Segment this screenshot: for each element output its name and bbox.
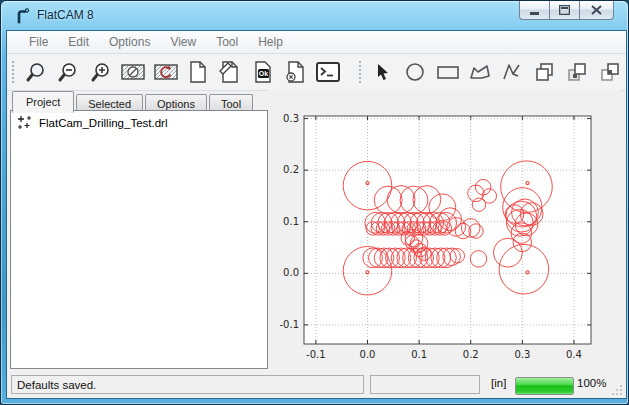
replot-button[interactable] [151,57,179,87]
import-ok-button[interactable]: Ok [249,57,277,87]
svg-text:0.0: 0.0 [283,267,299,278]
toolbar-grip[interactable] [11,60,15,84]
caption-button-group [519,1,614,20]
app-window: FlatCAM 8 File Edit Options View [0,0,629,405]
svg-text:0.0: 0.0 [360,349,376,360]
cancel-file-button[interactable] [281,57,309,87]
geometry-copy-button[interactable] [563,57,591,87]
geometry-move-button[interactable] [595,57,623,87]
close-button[interactable] [580,1,614,20]
menu-file[interactable]: File [19,33,58,51]
new-file-icon [188,61,208,83]
menu-options[interactable]: Options [99,33,160,51]
zoom-in-icon [90,61,112,83]
svg-text:0.3: 0.3 [283,113,299,124]
minimize-button[interactable] [519,1,550,20]
shell-button[interactable] [313,57,341,87]
tool-bar: Ok [7,54,626,91]
minimize-icon [530,6,540,15]
flatcam-logo-icon [14,7,31,24]
draw-path-button[interactable] [498,57,526,87]
svg-text:-0.1: -0.1 [306,349,326,360]
zoom-fit-icon [25,61,47,83]
maximize-button[interactable] [550,1,580,20]
new-project-button[interactable] [184,57,212,87]
svg-text:0.2: 0.2 [463,349,479,360]
tab-project[interactable]: Project [12,91,74,113]
menu-view[interactable]: View [160,33,206,51]
status-extra-panel [370,375,480,394]
status-message: Defaults saved. [17,379,96,391]
union-icon [534,61,556,83]
replot-icon [154,61,178,83]
window-title: FlatCAM 8 [37,8,94,22]
menu-edit[interactable]: Edit [58,33,99,51]
svg-text:0.1: 0.1 [411,349,427,360]
resize-grip-icon[interactable] [612,384,623,395]
copy-icon [566,61,588,83]
status-bar: Defaults saved. [in] 100% [7,372,626,398]
toolbar-grip-2[interactable] [358,60,362,84]
menu-tool[interactable]: Tool [206,33,248,51]
plot-panel: -0.10.00.10.20.30.4-0.10.00.10.20.3 [268,90,621,372]
open-file-icon [218,61,242,83]
progress-bar [515,377,574,395]
rectangle-icon [436,62,460,82]
menu-help[interactable]: Help [248,33,293,51]
polyline-icon [501,62,523,82]
project-tree: FlatCam_Drilling_Test.drl [10,110,268,369]
plot-canvas[interactable]: -0.10.00.10.20.30.4-0.10.00.10.20.3 [268,90,621,372]
file-ok-icon: Ok [253,61,273,83]
draw-circle-button[interactable] [401,57,429,87]
zoom-out-icon [57,61,79,83]
zoom-out-button[interactable] [54,57,82,87]
file-cancel-icon [285,61,305,83]
shell-icon [316,62,340,82]
title-bar[interactable]: FlatCAM 8 [7,1,622,30]
drill-object-icon [17,115,33,131]
client-area: File Edit Options View Tool Help [6,30,627,399]
maximize-icon [559,5,570,15]
svg-text:0.1: 0.1 [283,216,299,227]
menu-bar: File Edit Options View Tool Help [7,31,626,54]
status-message-panel: Defaults saved. [11,375,364,394]
geometry-union-button[interactable] [531,57,559,87]
progress-percent: 100% [577,377,606,389]
circle-icon [404,61,426,83]
select-pointer-button[interactable] [369,57,397,87]
tree-item-drill-object[interactable]: FlatCam_Drilling_Test.drl [11,111,267,135]
move-icon [599,61,621,83]
draw-polygon-button[interactable] [466,57,494,87]
svg-text:Ok: Ok [259,70,268,77]
tree-item-label: FlatCam_Drilling_Test.drl [39,117,167,129]
clear-plot-button[interactable] [119,57,147,87]
polygon-icon [468,62,492,82]
units-label: [in] [491,377,506,389]
svg-text:0.3: 0.3 [514,349,530,360]
side-tab-bar: Project Selected Options Tool [12,91,255,111]
svg-text:-0.1: -0.1 [279,319,299,330]
pointer-icon [373,62,393,82]
svg-text:0.4: 0.4 [566,349,582,360]
zoom-fit-button[interactable] [22,57,50,87]
progress-fill [516,378,573,394]
svg-text:0.2: 0.2 [283,164,299,175]
draw-rectangle-button[interactable] [433,57,461,87]
close-icon [591,5,602,15]
zoom-in-button[interactable] [87,57,115,87]
open-project-button[interactable] [216,57,244,87]
clear-plot-icon [121,61,145,83]
